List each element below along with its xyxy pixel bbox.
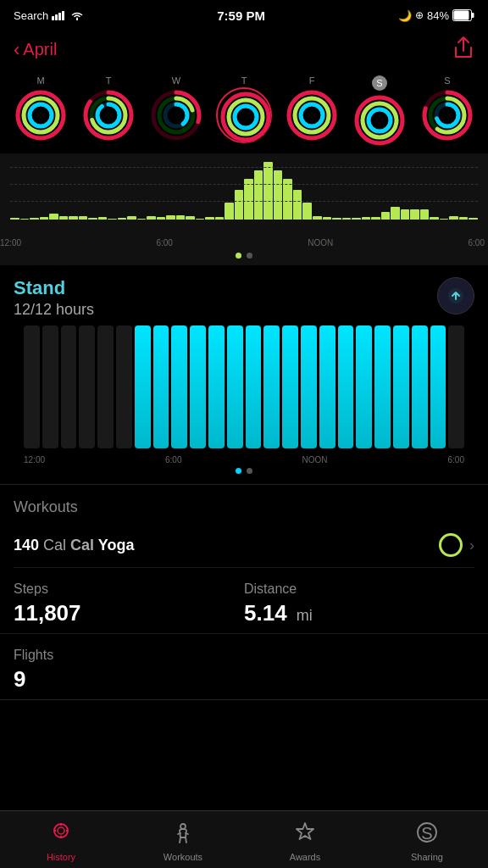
svg-point-56 [180,824,186,829]
activity-bar [254,170,263,220]
day-thursday[interactable]: T [218,75,270,142]
nav-label-sharing: Sharing [411,852,443,862]
activity-bar [49,214,58,220]
svg-rect-0 [52,16,54,20]
workout-type: Yoga [98,537,135,554]
stand-share-button[interactable] [437,277,474,314]
activity-bars [10,160,478,220]
svg-point-36 [301,104,323,126]
day-saturday[interactable]: S [353,75,406,147]
workouts-icon [171,821,195,849]
nav-item-history[interactable]: History [0,811,122,868]
steps-value: 11,807 [14,600,244,626]
stand-dot-inactive [247,468,252,474]
svg-point-18 [97,104,119,126]
day-wednesday[interactable]: W [150,75,202,142]
stand-bar [263,326,280,448]
ring-wednesday [150,89,202,142]
stand-time-labels: 12:00 6:00 NOON 6:00 [14,452,474,465]
stand-bar [227,326,243,448]
workout-ring [439,533,463,557]
stand-bar [61,326,77,448]
stand-section: Stand 12/12 hours 12:00 6:00 NOON 6:00 [0,265,488,484]
workouts-section: Workouts 140 Cal Cal Yoga › [0,484,488,568]
svg-point-51 [58,827,64,834]
share-icon [452,36,474,59]
day-monday[interactable]: M [14,75,67,142]
share-button[interactable] [452,36,474,64]
chevron-left-icon: ‹ [14,39,19,61]
stand-bar [190,326,206,448]
stand-bar [24,326,40,448]
svg-rect-6 [454,11,469,20]
activity-bar [469,218,478,220]
nav-item-workouts[interactable]: Workouts [122,811,244,868]
stand-pagination-dots [14,465,474,481]
history-icon [49,821,73,849]
stand-bar [338,326,354,448]
nav-item-awards[interactable]: Awards [244,811,366,868]
screen-icon: ⊕ [415,9,424,21]
distance-value: 5.14 mi [244,600,474,626]
workout-cal-unit: Cal [70,537,98,554]
activity-bar [127,216,136,220]
ring-monday [14,89,67,142]
stand-bar [448,326,464,448]
chart-pagination-dots [0,249,488,262]
activity-bar [302,203,312,220]
workout-info: 140 Cal Cal Yoga [14,537,134,554]
stand-bar [374,326,391,448]
distance-block: Distance 5.14 mi [244,581,474,626]
workout-row[interactable]: 140 Cal Cal Yoga › [14,523,474,568]
svg-point-50 [54,824,68,837]
activity-bar [420,209,430,220]
activity-bar [108,219,117,220]
svg-point-42 [369,109,391,131]
sharing-icon: S [415,821,439,849]
stand-bar [412,326,428,448]
activity-bar [225,203,234,220]
activity-bar [30,218,39,220]
status-bar: Search 7:59 PM 🌙 ⊕ 84% [0,0,488,31]
activity-bar [205,217,214,220]
svg-point-12 [30,104,52,126]
activity-bar [20,219,30,220]
day-label-wed: W [172,75,180,86]
ring-friday [286,89,338,142]
activity-bar [313,216,322,220]
activity-bar [88,218,97,220]
activity-bar [166,215,175,220]
day-tuesday[interactable]: T [82,75,135,142]
back-label: April [23,40,57,59]
activity-bar [118,218,127,220]
day-friday[interactable]: F [286,75,338,142]
activity-bar [157,217,166,220]
activity-bar [381,212,391,220]
ring-tuesday [82,89,135,142]
activity-bar [362,217,371,220]
activity-bar [401,209,410,220]
svg-rect-1 [55,14,58,20]
activity-bar [196,219,205,220]
nav-item-sharing[interactable]: S Sharing [366,811,488,868]
svg-text:S: S [421,824,432,843]
stand-bar [153,326,169,448]
stats-row: Steps 11,807 Distance 5.14 mi [0,568,488,634]
carrier-label: Search [14,9,48,22]
bottom-nav: History Workouts Awards S Sharing [0,810,488,868]
activity-bar [293,190,302,220]
day-label-thu: T [241,75,247,86]
stand-bar [430,326,446,448]
nav-label-history: History [47,852,75,862]
back-button[interactable]: ‹ April [14,39,57,61]
activity-bar [79,216,88,220]
activity-chart-section: 12:00 6:00 NOON 6:00 [0,153,488,265]
workout-unit: Cal [43,537,66,554]
flights-section: Flights 9 [0,634,488,700]
moon-icon: 🌙 [398,9,412,22]
day-sunday[interactable]: S [421,75,474,142]
flights-label: Flights [14,648,474,663]
activity-bar [176,215,186,220]
stand-bar [116,326,132,448]
wifi-icon [70,10,84,20]
